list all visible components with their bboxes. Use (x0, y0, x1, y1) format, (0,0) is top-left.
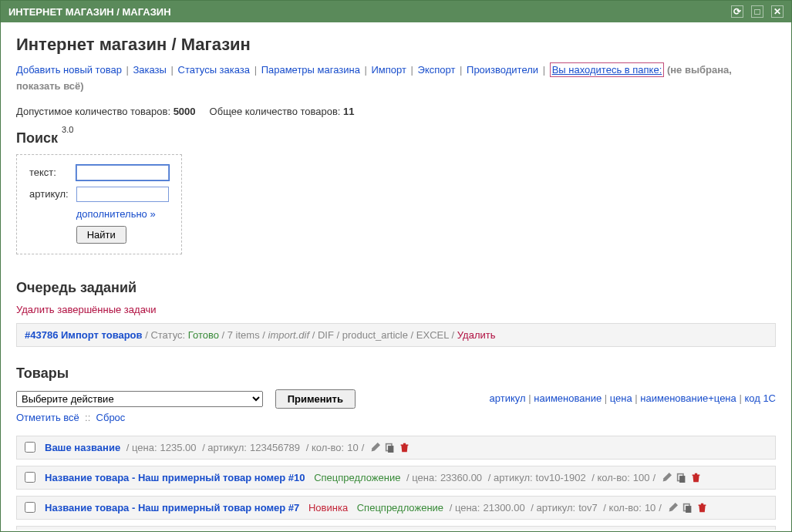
allowed-products-value: 5000 (174, 106, 196, 117)
sort-by-name[interactable]: наименование (534, 392, 602, 404)
product-article: tov7 (578, 502, 598, 513)
nav-order-statuses[interactable]: Статусы заказа (178, 64, 251, 76)
copy-icon[interactable] (676, 473, 686, 483)
product-qty: 100 (633, 472, 650, 483)
product-checkbox[interactable] (25, 502, 35, 513)
product-price: 21300.00 (483, 502, 524, 513)
sort-by-article[interactable]: артикул (490, 392, 526, 404)
product-row: Название товара - Наш примерный товар но… (16, 466, 776, 490)
task-app: EXCEL (416, 329, 449, 341)
edit-icon[interactable] (668, 503, 678, 513)
badge-new: Новинка (308, 502, 348, 513)
product-qty: 10 (645, 502, 656, 513)
edit-icon[interactable] (370, 443, 380, 453)
task-row: #43786 Импорт товаров / Статус: Готово /… (16, 323, 776, 347)
window-title: ИНТЕРНЕТ МАГАЗИН / МАГАЗИН (8, 6, 171, 18)
search-submit-button[interactable]: Найти (76, 226, 126, 244)
task-id-link[interactable]: #43786 Импорт товаров (25, 329, 143, 341)
svg-rect-5 (686, 506, 691, 513)
clear-completed-tasks-link[interactable]: Удалить завершённые задачи (16, 304, 776, 315)
product-checkbox[interactable] (25, 472, 35, 483)
folder-indicator: Вы находитесь в папке: (550, 62, 665, 77)
nav-shop-params[interactable]: Параметры магазина (261, 64, 360, 76)
search-article-input[interactable] (76, 187, 169, 202)
search-text-input[interactable] (76, 165, 169, 180)
product-row: Ваше название / цена: 1235.00 / артикул:… (16, 436, 776, 460)
task-status-value: Готово (188, 329, 219, 341)
task-field: product_article (342, 329, 408, 341)
search-version: 3.0 (62, 125, 73, 134)
reset-selection-link[interactable]: Сброс (96, 412, 126, 423)
select-all-link[interactable]: Отметить всё (16, 412, 79, 423)
page-title: Интернет магазин / Магазин (16, 35, 776, 55)
search-text-label: текст: (26, 163, 72, 183)
nav-export[interactable]: Экспорт (418, 64, 456, 76)
product-counts: Допустимое количество товаров: 5000 Обще… (16, 106, 776, 117)
sort-by-name-price[interactable]: наименование+цена (640, 392, 736, 404)
sort-links: артикул | наименование | цена | наименов… (490, 389, 776, 404)
product-row: Название товара - Наш примерный товар но… (16, 496, 776, 520)
copy-icon[interactable] (385, 443, 395, 453)
window-titlebar: ИНТЕРНЕТ МАГАЗИН / МАГАЗИН ⟳ □ ✕ (1, 1, 791, 22)
sort-by-code1c[interactable]: код 1С (744, 392, 776, 404)
nav-add-product[interactable]: Добавить новый товар (16, 64, 122, 76)
product-price: 1235.00 (160, 442, 197, 453)
search-heading: Поиск 3.0 (16, 130, 776, 146)
product-row: Название товара - Наш примерный товар но… (16, 526, 776, 530)
svg-rect-3 (679, 476, 685, 483)
product-article: 123456789 (250, 442, 300, 453)
queue-heading: Очередь заданий (16, 280, 776, 296)
product-article: tov10-1902 (536, 472, 586, 483)
allowed-products-label: Допустимое количество товаров: (16, 106, 170, 117)
nav-manufacturers[interactable]: Производители (467, 64, 538, 76)
delete-icon[interactable] (697, 503, 707, 513)
close-icon[interactable]: ✕ (771, 5, 784, 18)
search-article-label: артикул: (26, 184, 72, 204)
refresh-icon[interactable]: ⟳ (731, 5, 743, 18)
product-name-link[interactable]: Название товара - Наш примерный товар но… (45, 502, 299, 513)
total-products-value: 11 (343, 106, 354, 117)
product-qty: 10 (347, 442, 358, 453)
task-format: DIF (318, 329, 334, 341)
product-price: 23360.00 (440, 472, 482, 483)
copy-icon[interactable] (682, 503, 693, 513)
sort-by-price[interactable]: цена (610, 392, 632, 404)
apply-action-button[interactable]: Применить (275, 389, 356, 409)
delete-icon[interactable] (399, 443, 409, 453)
maximize-icon[interactable]: □ (751, 5, 763, 18)
task-status-label: Статус: (150, 329, 185, 341)
product-name-link[interactable]: Ваше название (45, 442, 120, 453)
folder-link[interactable]: Вы находитесь в папке: (552, 64, 662, 76)
search-more-link[interactable]: дополнительно » (76, 208, 156, 220)
task-delete-link[interactable]: Удалить (457, 329, 496, 341)
badge-special: Спецпредложение (314, 472, 400, 483)
edit-icon[interactable] (662, 473, 672, 483)
nav-import[interactable]: Импорт (372, 64, 406, 76)
product-checkbox[interactable] (25, 442, 35, 453)
bulk-action-select[interactable]: Выберите действие (16, 391, 263, 407)
delete-icon[interactable] (691, 473, 701, 483)
badge-special: Спецпредложение (357, 502, 443, 513)
products-heading: Товары (16, 365, 776, 382)
search-form: текст: артикул: дополнительно » Найти (16, 154, 182, 254)
svg-rect-1 (388, 446, 393, 453)
nav-links: Добавить новый товар | Заказы | Статусы … (16, 62, 776, 95)
total-products-label: Общее количество товаров: (210, 106, 341, 117)
task-items: 7 items (227, 329, 260, 341)
nav-orders[interactable]: Заказы (133, 64, 166, 76)
task-file: import.dif (268, 329, 309, 341)
product-name-link[interactable]: Название товара - Наш примерный товар но… (45, 472, 305, 483)
